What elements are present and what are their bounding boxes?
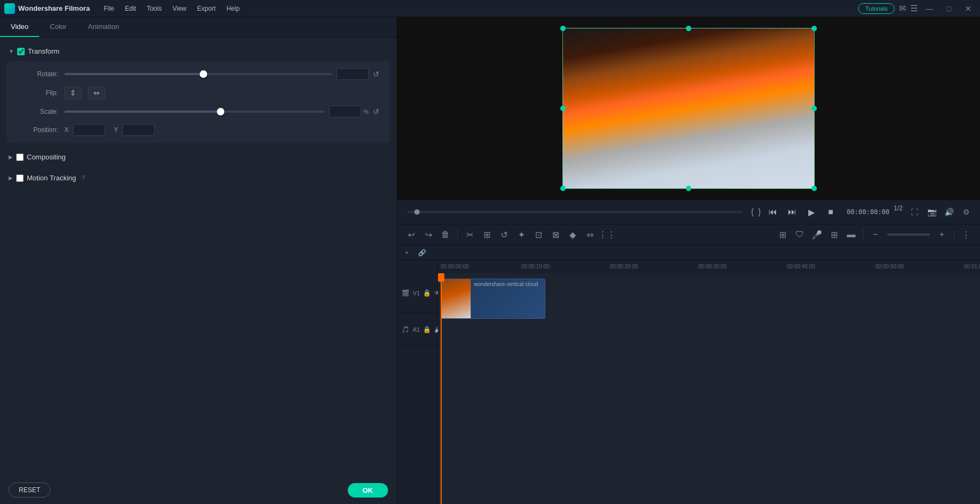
tab-animation[interactable]: Animation bbox=[77, 17, 130, 37]
rotate-slider-track[interactable] bbox=[64, 73, 332, 75]
position-x-input[interactable]: 0.0 bbox=[73, 124, 105, 136]
menu-tools[interactable]: Tools bbox=[141, 2, 167, 16]
marker-button[interactable]: ◆ bbox=[565, 227, 580, 242]
shield-button[interactable]: 🛡 bbox=[792, 227, 807, 242]
scale-slider-thumb[interactable] bbox=[217, 108, 224, 115]
audio-stretch-button[interactable]: ⋮⋮ bbox=[599, 227, 615, 242]
effect-button[interactable]: ✦ bbox=[514, 227, 529, 242]
handle-bottom-right[interactable] bbox=[811, 186, 817, 191]
menu-bar: File Edit Tools View Export Help bbox=[98, 2, 245, 16]
flip-vertical-button[interactable]: ⇔ bbox=[88, 86, 105, 99]
tutorials-button[interactable]: Tutorials bbox=[858, 3, 895, 14]
handle-bottom-middle[interactable] bbox=[686, 186, 691, 191]
align-button[interactable]: ⇔ bbox=[582, 227, 597, 242]
clip-thumbnail bbox=[441, 279, 471, 318]
preview-timeline[interactable] bbox=[408, 211, 742, 213]
snapshot-button[interactable]: 📷 bbox=[924, 204, 939, 220]
toolbar-separator-1 bbox=[457, 229, 458, 240]
handle-middle-right[interactable] bbox=[811, 106, 817, 111]
crop-button[interactable]: ⊞ bbox=[479, 227, 494, 242]
panel-tabs: Video Color Animation bbox=[0, 17, 397, 38]
position-y-input[interactable]: 0.0 bbox=[122, 124, 155, 136]
compositing-header[interactable]: ▶ Compositing bbox=[6, 150, 390, 164]
titlebar: Wondershare Filmora File Edit Tools View… bbox=[0, 0, 980, 17]
preview-content bbox=[563, 28, 814, 188]
lock-icon[interactable]: 🔒 bbox=[423, 289, 431, 297]
handle-top-right[interactable] bbox=[811, 26, 817, 31]
menu-export[interactable]: Export bbox=[192, 2, 221, 16]
flip-horizontal-button[interactable]: ⇕ bbox=[64, 86, 82, 99]
handle-bottom-left[interactable] bbox=[560, 186, 566, 191]
menu-help[interactable]: Help bbox=[221, 2, 245, 16]
resize-button[interactable]: ⊠ bbox=[548, 227, 563, 242]
transform-header[interactable]: ▼ Transform bbox=[6, 44, 390, 59]
compositing-checkbox[interactable] bbox=[16, 154, 24, 161]
timeline-ruler-row: 00:00:00:00 00:00:10:00 00:00:20:00 00:0… bbox=[397, 260, 980, 273]
menu-icon[interactable]: ☰ bbox=[910, 3, 918, 13]
menu-file[interactable]: File bbox=[98, 2, 119, 16]
mic-button[interactable]: 🎤 bbox=[809, 227, 824, 242]
toolbar-right: ⊞ 🛡 🎤 ⊞ ▬ − + ⋮ bbox=[775, 227, 974, 242]
redo-button[interactable]: ↪ bbox=[421, 227, 436, 242]
transform-checkbox[interactable] bbox=[17, 48, 25, 55]
transition-button[interactable]: ⊞ bbox=[827, 227, 842, 242]
scale-value-input[interactable]: 160.00 bbox=[329, 106, 361, 118]
audio-lock-icon[interactable]: 🔒 bbox=[423, 326, 431, 333]
fullscreen-button[interactable]: ⛶ bbox=[907, 204, 922, 220]
play-button[interactable]: ▶ bbox=[804, 204, 819, 220]
more-button[interactable]: ⋮ bbox=[959, 227, 974, 242]
rotate-slider-thumb[interactable] bbox=[200, 70, 207, 78]
zoom-out-button[interactable]: − bbox=[868, 227, 883, 242]
audio-button[interactable]: 🔊 bbox=[941, 204, 956, 220]
app-title: Wondershare Filmora bbox=[18, 4, 90, 12]
cut-button[interactable]: ✂ bbox=[462, 227, 477, 242]
compositing-arrow: ▶ bbox=[9, 154, 13, 160]
subtitle-button[interactable]: ▬ bbox=[844, 227, 859, 242]
timeline-link-icon[interactable]: 🔗 bbox=[416, 247, 427, 258]
mail-icon[interactable]: ✉ bbox=[899, 3, 906, 13]
preview-position-indicator[interactable] bbox=[414, 209, 420, 215]
scale-slider-track[interactable] bbox=[64, 111, 325, 113]
handle-middle-left[interactable] bbox=[560, 106, 566, 111]
maximize-button[interactable]: □ bbox=[941, 1, 956, 16]
video-clip[interactable]: wondershare-vertical cloud bbox=[441, 279, 545, 319]
compositing-section: ▶ Compositing bbox=[6, 150, 390, 164]
minimize-button[interactable]: — bbox=[922, 1, 937, 16]
tab-video[interactable]: Video bbox=[0, 17, 39, 37]
video-track-name: V1 bbox=[413, 290, 420, 296]
pip-button[interactable]: ⊡ bbox=[531, 227, 546, 242]
properties-panel: ▼ Transform Rotate: 90.0 bbox=[0, 38, 397, 476]
close-button[interactable]: ✕ bbox=[961, 1, 976, 16]
snap-button[interactable]: ⊞ bbox=[775, 227, 790, 242]
handle-top-middle[interactable] bbox=[686, 26, 691, 31]
scale-label: Scale: bbox=[15, 108, 58, 115]
rotate-tool-button[interactable]: ↺ bbox=[496, 227, 511, 242]
settings-button[interactable]: ⚙ bbox=[959, 204, 974, 220]
skip-back-button[interactable]: ⏮ bbox=[765, 204, 780, 220]
ok-button[interactable]: OK bbox=[348, 483, 389, 498]
frame-back-button[interactable]: ⏭ bbox=[785, 204, 800, 220]
zoom-in-button[interactable]: + bbox=[934, 227, 949, 242]
undo-button[interactable]: ↩ bbox=[404, 227, 419, 242]
zoom-slider[interactable] bbox=[887, 233, 930, 236]
rotate-reset-button[interactable]: ↺ bbox=[371, 69, 382, 79]
menu-view[interactable]: View bbox=[167, 2, 192, 16]
motion-tracking-checkbox[interactable] bbox=[16, 174, 24, 182]
toolbar-separator-3 bbox=[954, 229, 954, 240]
menu-edit[interactable]: Edit bbox=[120, 2, 142, 16]
delete-button[interactable]: 🗑 bbox=[438, 227, 453, 242]
tab-color[interactable]: Color bbox=[39, 17, 77, 37]
ruler-tick-1: 00:00:10:00 bbox=[521, 264, 550, 269]
audio-track-content bbox=[438, 324, 980, 356]
ruler-spacer bbox=[397, 260, 438, 273]
timeline-add-track-icon[interactable]: + bbox=[401, 247, 412, 258]
playhead[interactable] bbox=[441, 273, 442, 504]
motion-tracking-help-icon[interactable]: ? bbox=[82, 174, 85, 182]
motion-tracking-header[interactable]: ▶ Motion Tracking ? bbox=[6, 171, 390, 185]
flip-row: Flip: ⇕ ⇔ bbox=[15, 86, 382, 99]
handle-top-left[interactable] bbox=[560, 26, 566, 31]
stop-button[interactable]: ■ bbox=[823, 204, 838, 220]
reset-button[interactable]: RESET bbox=[9, 483, 50, 498]
scale-reset-button[interactable]: ↺ bbox=[371, 106, 382, 117]
rotate-value-input[interactable]: 90.00 bbox=[337, 68, 369, 80]
